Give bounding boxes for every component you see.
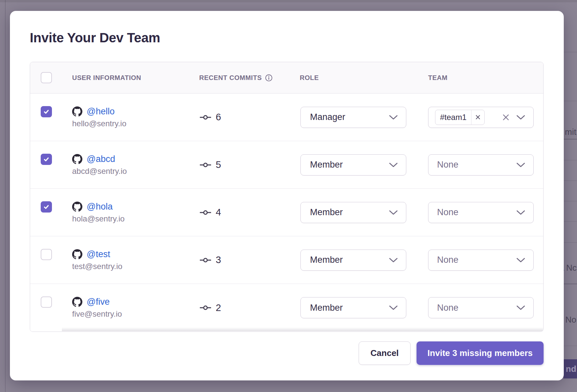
chevron-down-icon xyxy=(516,115,525,120)
role-select[interactable]: Member xyxy=(300,297,406,318)
git-commit-icon xyxy=(200,162,211,168)
chevron-down-icon xyxy=(389,115,398,120)
user-info-cell: @test test@sentry.io xyxy=(72,249,199,271)
chevron-down-icon xyxy=(389,305,398,310)
team-select[interactable]: None xyxy=(428,202,534,223)
invite-dev-team-modal: Invite Your Dev Team USER INFORMATION RE… xyxy=(10,11,564,380)
user-info-cell: @hello hello@sentry.io xyxy=(72,106,199,128)
cancel-button[interactable]: Cancel xyxy=(359,341,411,365)
invite-members-button[interactable]: Invite 3 missing members xyxy=(417,341,544,365)
row-checkbox[interactable] xyxy=(41,249,52,260)
recent-commits-cell: 6 xyxy=(199,112,300,123)
git-commit-icon xyxy=(200,305,211,311)
github-username-link[interactable]: @abcd xyxy=(87,154,115,164)
clear-team-button[interactable] xyxy=(502,114,510,121)
commit-count: 2 xyxy=(216,302,221,313)
checkmark-icon xyxy=(43,156,50,163)
close-icon xyxy=(502,114,510,121)
user-email: abcd@sentry.io xyxy=(72,167,199,176)
modal-title: Invite Your Dev Team xyxy=(30,30,564,46)
member-row: @test test@sentry.io 3 Member xyxy=(30,236,543,284)
role-select[interactable]: Member xyxy=(300,154,406,176)
team-select-value: None xyxy=(437,255,459,265)
user-info-cell: @hola hola@sentry.io xyxy=(72,202,199,223)
recent-commits-cell: 4 xyxy=(199,207,300,218)
checkmark-icon xyxy=(43,204,50,210)
team-chip-label: #team1 xyxy=(435,113,471,122)
user-info-cell: @abcd abcd@sentry.io xyxy=(72,154,199,176)
github-username-link[interactable]: @test xyxy=(87,249,110,259)
team-select[interactable]: None xyxy=(428,250,534,271)
row-checkbox[interactable] xyxy=(41,154,52,165)
invite-members-table: USER INFORMATION RECENT COMMITS ROLE TEA… xyxy=(30,62,544,332)
backdrop-row-divider xyxy=(563,52,577,52)
git-commit-icon xyxy=(200,210,211,216)
github-username-link[interactable]: @hello xyxy=(87,106,114,117)
backdrop-row-divider xyxy=(563,101,577,101)
user-email: five@sentry.io xyxy=(72,309,199,319)
remove-team-chip-button[interactable] xyxy=(471,110,484,125)
member-row: @five five@sentry.io 2 Member xyxy=(30,284,543,332)
info-icon[interactable] xyxy=(265,74,273,82)
team-cell: #team1 xyxy=(428,107,543,128)
team-select[interactable]: None xyxy=(428,297,534,318)
chevron-down-icon xyxy=(389,210,398,215)
backdrop-row-divider xyxy=(563,346,577,346)
git-commit-icon xyxy=(200,257,211,263)
role-select-value: Manager xyxy=(310,112,345,122)
row-checkbox[interactable] xyxy=(41,296,52,308)
recent-commits-cell: 2 xyxy=(199,302,300,313)
column-header-role: ROLE xyxy=(300,74,428,82)
team-select[interactable]: None xyxy=(428,154,534,176)
role-select[interactable]: Member xyxy=(300,202,406,223)
select-all-checkbox[interactable] xyxy=(41,72,52,83)
role-select[interactable]: Member xyxy=(300,250,406,271)
row-checkbox-cell xyxy=(30,284,72,332)
chevron-down-icon xyxy=(516,210,525,215)
recent-commits-cell: 3 xyxy=(199,255,300,265)
role-select-value: Member xyxy=(310,160,343,170)
row-checkbox[interactable] xyxy=(41,201,52,213)
git-commit-icon xyxy=(200,114,211,120)
table-header-row: USER INFORMATION RECENT COMMITS ROLE TEA… xyxy=(30,62,543,94)
github-username-link[interactable]: @hola xyxy=(87,202,112,212)
backdrop-sidebar-edge xyxy=(5,0,6,392)
user-info-cell: @five five@sentry.io xyxy=(72,297,199,319)
backdrop-row-divider xyxy=(563,221,577,222)
role-cell: Member xyxy=(300,202,428,223)
role-select-value: Member xyxy=(310,207,343,217)
github-username-link[interactable]: @five xyxy=(87,297,110,307)
role-select-value: Member xyxy=(310,255,343,265)
role-cell: Member xyxy=(300,154,428,176)
github-icon xyxy=(72,154,82,164)
role-select-value: Member xyxy=(310,303,343,313)
row-checkbox-cell xyxy=(30,94,72,141)
team-chip: #team1 xyxy=(435,110,485,125)
user-email: hello@sentry.io xyxy=(72,119,199,128)
team-select-value: None xyxy=(437,160,459,170)
backdrop-text-fragment: mit xyxy=(565,127,576,137)
backdrop-button-fragment: nd xyxy=(563,359,577,378)
column-header-commits: RECENT COMMITS xyxy=(199,74,300,82)
backdrop-row-divider xyxy=(563,139,577,139)
backdrop-row-divider xyxy=(563,160,577,160)
header-checkbox-cell xyxy=(30,72,72,83)
backdrop-row-divider xyxy=(563,180,577,181)
row-checkbox-cell xyxy=(30,189,72,236)
backdrop-top-edge xyxy=(0,0,577,2)
backdrop-right-strip xyxy=(563,0,577,392)
modal-footer: Cancel Invite 3 missing members xyxy=(10,341,564,365)
commit-count: 6 xyxy=(216,112,221,123)
role-select[interactable]: Manager xyxy=(300,107,406,128)
commit-count: 5 xyxy=(216,159,221,170)
team-cell: None xyxy=(428,250,543,271)
commit-count: 4 xyxy=(216,207,221,218)
team-multiselect[interactable]: #team1 xyxy=(428,107,534,128)
recent-commits-cell: 5 xyxy=(199,159,300,170)
row-checkbox-cell xyxy=(30,236,72,284)
backdrop-row-divider xyxy=(563,284,577,284)
row-checkbox[interactable] xyxy=(41,106,52,117)
column-header-user: USER INFORMATION xyxy=(72,74,199,82)
github-icon xyxy=(72,297,82,307)
close-icon xyxy=(475,115,480,120)
